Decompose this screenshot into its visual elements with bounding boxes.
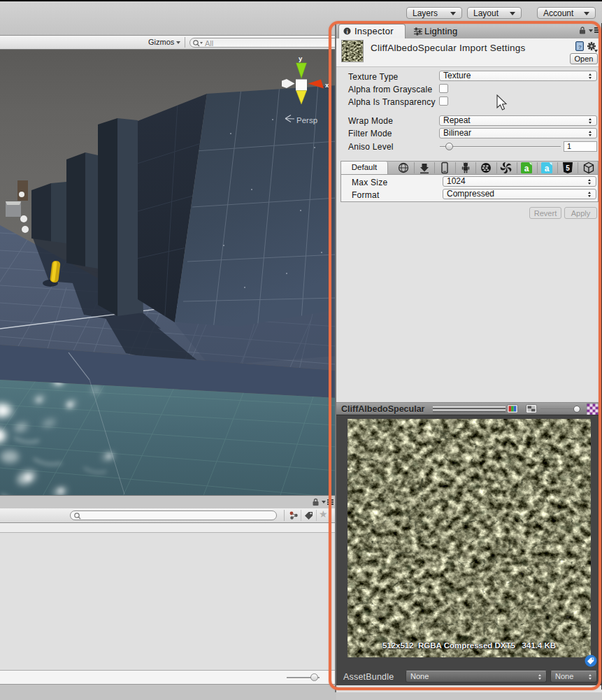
svg-text:Persp: Persp <box>296 116 317 124</box>
svg-text:a: a <box>545 164 550 173</box>
svg-text:?: ? <box>578 44 582 50</box>
svg-text:y: y <box>299 55 303 62</box>
svg-text:5: 5 <box>566 164 570 172</box>
svg-text:x: x <box>325 81 329 89</box>
svg-text:a: a <box>524 164 529 173</box>
